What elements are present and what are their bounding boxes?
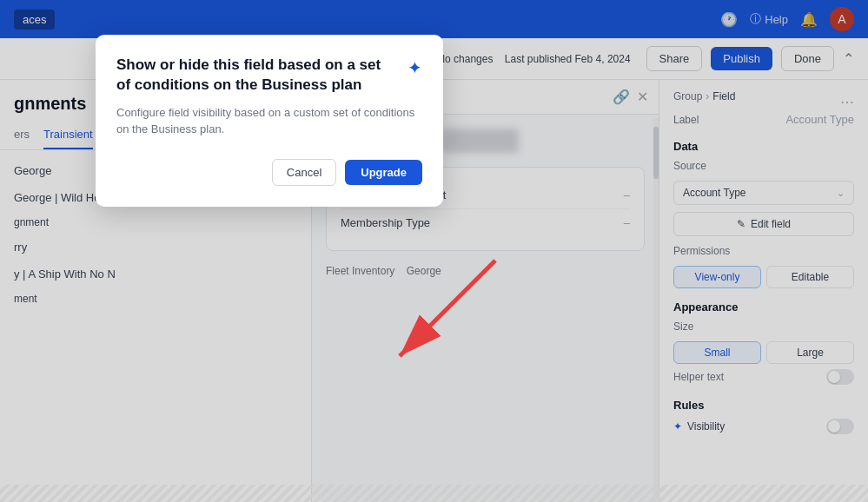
upgrade-modal: Show or hide this field based on a set o… bbox=[96, 35, 443, 207]
modal-overlay: Show or hide this field based on a set o… bbox=[0, 0, 868, 502]
modal-description: Configure field visibility based on a cu… bbox=[116, 104, 422, 138]
sparkle-icon: ✦ bbox=[407, 57, 422, 78]
modal-title: Show or hide this field based on a set o… bbox=[116, 56, 397, 96]
modal-title-row: Show or hide this field based on a set o… bbox=[116, 56, 422, 96]
upgrade-button[interactable]: Upgrade bbox=[345, 160, 422, 185]
cancel-button[interactable]: Cancel bbox=[272, 159, 336, 186]
modal-actions: Cancel Upgrade bbox=[116, 159, 422, 186]
